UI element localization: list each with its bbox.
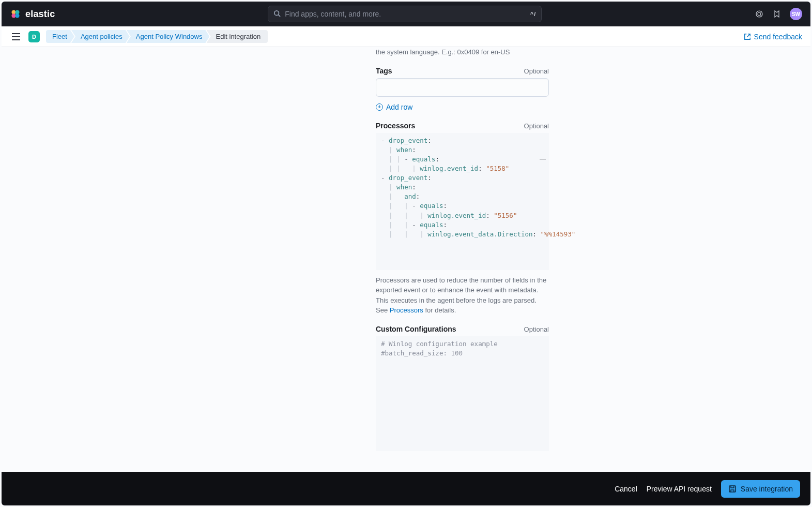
search-wrap: ^/ [63, 6, 746, 22]
form-column: the system language. E.g.: 0x0409 for en… [376, 47, 549, 451]
svg-point-7 [758, 12, 761, 16]
search-icon [273, 10, 281, 19]
tags-field: Tags Optional [376, 67, 549, 97]
svg-point-3 [15, 13, 19, 18]
search-shortcut-hint: ^/ [530, 11, 536, 17]
crumb-agent-policies[interactable]: Agent policies [71, 30, 130, 43]
add-row-label: Add row [386, 103, 412, 111]
help-icon[interactable] [755, 9, 764, 19]
crumb-agent-policy-windows[interactable]: Agent Policy Windows [127, 30, 210, 43]
processors-field: Processors Optional - drop_event: | when… [376, 122, 549, 316]
sub-header: D Fleet Agent policies Agent Policy Wind… [2, 26, 810, 47]
svg-point-6 [756, 11, 762, 17]
brand-name: elastic [25, 9, 55, 20]
send-feedback-label: Send feedback [754, 33, 802, 41]
processors-editor[interactable]: - drop_event: | when: | | - equals: | | … [376, 133, 549, 270]
tags-optional: Optional [524, 67, 549, 75]
svg-line-5 [279, 14, 281, 17]
search-input[interactable] [285, 10, 526, 18]
top-header: elastic ^/ SW [2, 2, 810, 26]
send-feedback-link[interactable]: Send feedback [744, 33, 802, 41]
svg-rect-8 [729, 486, 736, 492]
processors-label: Processors [376, 122, 415, 130]
global-search[interactable]: ^/ [268, 6, 542, 22]
brand-logo[interactable]: elastic [10, 8, 55, 20]
processors-doc-link[interactable]: Processors [390, 306, 423, 314]
nav-toggle-button[interactable] [10, 31, 22, 43]
cancel-button[interactable]: Cancel [615, 485, 637, 493]
header-actions: SW [755, 8, 802, 20]
footer-bar: Cancel Preview API request Save integrat… [2, 472, 810, 505]
crumb-edit-integration: Edit integration [206, 30, 268, 43]
custom-config-label: Custom Configurations [376, 325, 456, 333]
tags-input[interactable] [376, 78, 549, 97]
custom-config-field: Custom Configurations Optional # Winlog … [376, 325, 549, 451]
tags-label: Tags [376, 67, 392, 75]
processors-optional: Optional [524, 122, 549, 130]
preview-api-request-button[interactable]: Preview API request [647, 485, 712, 493]
custom-line-2: #batch_read_size: 100 [381, 349, 463, 357]
save-icon [728, 485, 737, 493]
save-integration-button[interactable]: Save integration [721, 480, 800, 498]
main-content: the system language. E.g.: 0x0409 for en… [2, 47, 810, 472]
save-integration-label: Save integration [741, 485, 793, 493]
add-row-button[interactable]: + Add row [376, 103, 549, 111]
processors-help: Processors are used to reduce the number… [376, 275, 549, 316]
custom-config-editor[interactable]: # Winlog configuration example #batch_re… [376, 336, 549, 451]
space-selector[interactable]: D [28, 31, 40, 42]
elastic-logo-icon [10, 8, 21, 20]
breadcrumb: Fleet Agent policies Agent Policy Window… [46, 30, 268, 43]
popout-icon [744, 33, 751, 40]
custom-config-optional: Optional [524, 325, 549, 333]
crumb-fleet[interactable]: Fleet [46, 30, 74, 43]
plus-circle-icon: + [376, 103, 383, 111]
processors-help-post: for details. [423, 306, 456, 314]
newsfeed-icon[interactable] [772, 9, 782, 19]
locale-hint: the system language. E.g.: 0x0409 for en… [376, 47, 549, 57]
user-avatar[interactable]: SW [790, 8, 802, 20]
editor-cursor [540, 159, 546, 160]
custom-line-1: # Winlog configuration example [381, 340, 498, 348]
svg-point-4 [274, 10, 279, 15]
